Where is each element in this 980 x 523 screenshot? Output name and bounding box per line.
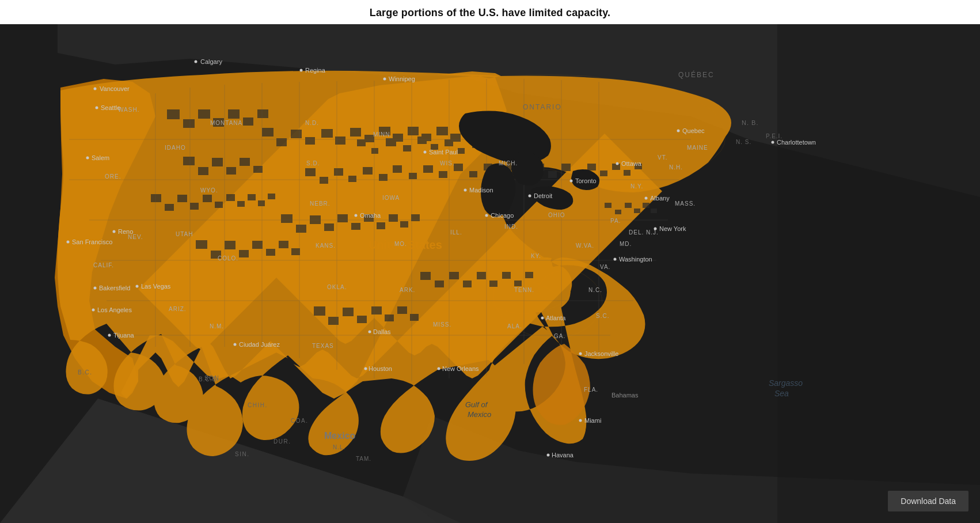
svg-text:Las Vegas: Las Vegas (141, 283, 171, 290)
svg-text:N.J.: N.J. (646, 229, 659, 236)
svg-text:MINN.: MINN. (373, 131, 392, 138)
svg-rect-91 (212, 158, 223, 166)
svg-point-259 (541, 317, 544, 320)
svg-rect-73 (525, 272, 533, 278)
svg-rect-84 (198, 109, 210, 119)
svg-rect-54 (587, 164, 596, 170)
svg-rect-104 (258, 200, 265, 206)
svg-text:KANS.: KANS. (316, 242, 336, 249)
svg-point-211 (300, 69, 303, 72)
svg-text:ORE.: ORE. (105, 173, 121, 180)
svg-text:OHIO: OHIO (548, 212, 565, 218)
svg-text:N.D.: N.D. (305, 120, 319, 126)
svg-rect-106 (196, 240, 207, 249)
svg-text:Bakersfield: Bakersfield (99, 285, 130, 291)
svg-text:MICH.: MICH. (499, 160, 518, 166)
svg-text:Atlanta: Atlanta (546, 314, 566, 321)
svg-text:MISS.: MISS. (433, 321, 451, 328)
svg-rect-122 (389, 214, 398, 222)
svg-rect-38 (421, 134, 431, 141)
svg-rect-111 (266, 249, 275, 256)
svg-rect-30 (305, 137, 315, 145)
svg-rect-11 (458, 148, 465, 154)
svg-rect-103 (248, 194, 256, 200)
svg-text:Salem: Salem (92, 154, 109, 161)
svg-text:COLO.: COLO. (218, 255, 238, 262)
svg-rect-116 (310, 215, 321, 224)
svg-text:FLA.: FLA. (584, 386, 598, 393)
svg-rect-76 (343, 308, 354, 316)
svg-text:ARIZ.: ARIZ. (169, 306, 187, 312)
svg-rect-33 (350, 128, 361, 137)
svg-text:San Francisco: San Francisco (72, 238, 112, 245)
svg-point-213 (383, 78, 386, 81)
svg-rect-80 (397, 306, 407, 314)
svg-rect-88 (257, 109, 268, 118)
svg-text:N.L.: N.L. (333, 444, 345, 450)
svg-text:Jacksonville: Jacksonville (584, 350, 618, 357)
svg-point-235 (355, 214, 358, 217)
svg-text:UTAH: UTAH (176, 231, 193, 237)
svg-rect-24 (454, 164, 463, 171)
svg-text:Ciudad Juárez: Ciudad Juárez (239, 341, 280, 348)
svg-rect-83 (183, 119, 195, 128)
svg-text:WIS.: WIS. (440, 160, 455, 166)
svg-point-231 (113, 230, 116, 233)
svg-rect-95 (151, 194, 161, 202)
svg-point-261 (579, 353, 582, 355)
svg-text:Sea: Sea (774, 389, 789, 398)
svg-text:Saint Paul: Saint Paul (429, 149, 458, 156)
svg-point-269 (369, 331, 371, 333)
svg-rect-72 (514, 281, 522, 286)
svg-point-241 (485, 214, 488, 217)
svg-rect-55 (600, 170, 607, 176)
svg-point-247 (616, 162, 619, 165)
svg-text:Charlottetown: Charlottetown (777, 139, 816, 146)
svg-rect-92 (226, 167, 236, 175)
svg-text:MO.: MO. (394, 241, 407, 247)
svg-rect-20 (393, 165, 402, 173)
svg-text:PA.: PA. (610, 218, 621, 224)
svg-rect-70 (489, 281, 497, 287)
svg-text:Toronto: Toronto (575, 177, 597, 184)
svg-text:Vancouver: Vancouver (100, 85, 130, 92)
svg-text:Bahamas: Bahamas (611, 392, 639, 399)
svg-text:N.H.: N.H. (669, 164, 683, 170)
svg-point-239 (464, 189, 467, 192)
svg-text:Albany: Albany (650, 195, 670, 202)
svg-rect-64 (651, 209, 657, 213)
download-data-button[interactable]: Download Data (888, 491, 968, 511)
svg-text:TENN.: TENN. (514, 287, 534, 293)
svg-text:VA.: VA. (600, 264, 610, 270)
svg-rect-77 (357, 316, 367, 323)
svg-rect-102 (237, 201, 245, 207)
svg-text:Houston: Houston (369, 365, 392, 372)
svg-rect-17 (348, 176, 356, 182)
svg-text:OKLA.: OKLA. (327, 284, 347, 290)
svg-text:B.C.: B.C. (78, 369, 92, 376)
svg-text:New Orleans: New Orleans (442, 365, 479, 372)
svg-point-271 (547, 454, 550, 457)
svg-text:Reno: Reno (118, 228, 133, 235)
svg-rect-115 (296, 225, 306, 233)
svg-text:Dallas: Dallas (373, 328, 391, 335)
svg-point-237 (424, 151, 427, 154)
svg-rect-78 (371, 306, 382, 314)
svg-text:MONTANA: MONTANA (210, 120, 242, 126)
svg-text:TAM.: TAM. (356, 456, 371, 462)
svg-rect-29 (291, 130, 302, 138)
svg-point-225 (92, 309, 95, 312)
svg-text:SIN.: SIN. (235, 451, 249, 457)
svg-rect-119 (351, 223, 360, 230)
svg-rect-14 (305, 168, 316, 176)
svg-text:Los Angeles: Los Angeles (97, 306, 132, 313)
svg-text:KY.: KY. (531, 253, 541, 259)
svg-rect-79 (385, 314, 394, 321)
svg-rect-97 (177, 195, 187, 202)
svg-rect-56 (612, 164, 620, 170)
svg-rect-40 (450, 134, 461, 142)
svg-text:Detroit: Detroit (534, 192, 552, 199)
svg-point-217 (96, 107, 98, 109)
svg-rect-68 (463, 281, 472, 287)
svg-rect-112 (279, 241, 288, 248)
